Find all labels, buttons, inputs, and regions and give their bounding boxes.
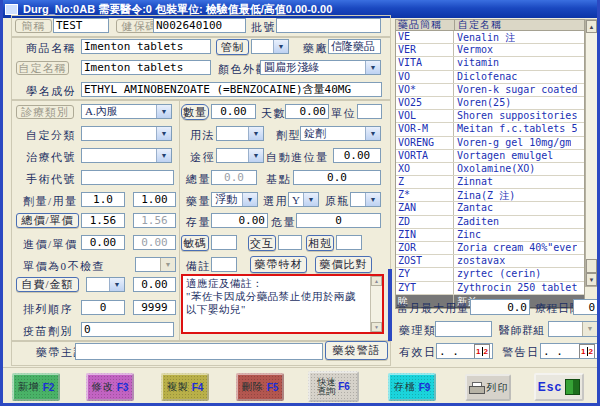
table-row[interactable]: VORTA Vortagen emulgel <box>396 150 584 163</box>
custom-name-input[interactable]: Imenton tablets <box>81 60 211 75</box>
sort-order-input-2[interactable]: 9999 <box>133 300 176 315</box>
appearance-select[interactable]: 圓扁形淺綠▼ <box>260 60 381 75</box>
base-point-input[interactable]: 0.0 <box>293 170 381 185</box>
table-row[interactable]: ZAN Zantac <box>396 202 584 215</box>
abbr-input[interactable]: TEST <box>53 18 109 33</box>
conflict-input[interactable] <box>336 235 362 250</box>
product-name-input[interactable]: Imenton tablets <box>81 39 211 54</box>
escape-button[interactable]: Esc <box>534 373 584 401</box>
treatment-code-select[interactable]: ▼ <box>81 148 172 163</box>
self-pay-select[interactable]: ▼ <box>86 277 125 292</box>
total-amount-input[interactable]: 0.0 <box>211 170 257 185</box>
table-row[interactable]: ZD Zaditen <box>396 216 584 229</box>
custom-category-select[interactable]: ▼ <box>81 126 172 141</box>
total-price-input[interactable]: 1.56 <box>81 213 125 228</box>
auto-carry-input[interactable]: 0.00 <box>333 148 381 163</box>
table-row[interactable]: ZIN Zinc <box>396 229 584 242</box>
print-button[interactable]: 列印 <box>465 374 511 401</box>
interaction-button[interactable]: 交互 <box>248 235 276 251</box>
table-row[interactable]: Z* Zina(Z 注) <box>396 189 584 202</box>
purchase-price-input-2[interactable]: 0.00 <box>133 235 176 250</box>
scroll-down-icon[interactable]: ▼ <box>586 273 597 286</box>
table-row[interactable]: ZY zyrtec (cerin) <box>396 268 584 281</box>
allergy-code-input[interactable] <box>211 235 237 250</box>
table-row[interactable]: VER Vermox <box>396 44 584 57</box>
batch-input[interactable] <box>276 18 381 33</box>
indication-scrollbar[interactable]: ▲ ▼ <box>370 276 382 332</box>
table-row[interactable]: VO25 Voren(25) <box>396 97 584 110</box>
scroll-up-icon[interactable]: ▲ <box>586 20 597 33</box>
calendar-icon[interactable]: 12 <box>579 344 595 359</box>
add-button[interactable]: 新增F2 <box>12 373 60 401</box>
purchase-price-input-1[interactable]: 0.00 <box>81 235 125 250</box>
clinic-type-select[interactable]: A.內服▼ <box>81 104 172 119</box>
table-row[interactable]: VO Diclofenac <box>396 71 584 84</box>
table-row[interactable]: ZOST zostavax <box>396 255 584 268</box>
scroll-up-icon[interactable]: ▲ <box>371 276 382 286</box>
unit-price-input[interactable]: 1.56 <box>133 213 176 228</box>
drug-amount-select[interactable]: 浮動▼ <box>211 192 258 207</box>
danger-level-input[interactable]: 0 <box>296 213 381 228</box>
bag-warning-button[interactable]: 藥袋警語 <box>325 341 388 360</box>
original-bottle-select[interactable]: ▼ <box>350 192 381 207</box>
factory-input[interactable]: 信隆藥品 <box>328 39 381 54</box>
table-row[interactable]: XO Oxolamine(XO) <box>396 163 584 176</box>
save-button[interactable]: 存檔F9 <box>388 373 436 401</box>
nhi-code-input[interactable]: N002640100 <box>153 18 246 33</box>
dose-input-1[interactable]: 1.0 <box>81 192 125 207</box>
table-row[interactable]: ZOR Zoria cream 40%"ever <box>396 242 584 255</box>
valid-date-input[interactable]: . . 12 <box>436 343 493 359</box>
delete-button[interactable]: 刪除F5 <box>236 373 284 401</box>
monthly-max-input[interactable]: 0.0 <box>470 299 530 315</box>
quantity-button[interactable]: 數量 <box>181 104 209 120</box>
usage-select[interactable]: ▼ <box>216 126 264 141</box>
scrollbar-thumb[interactable] <box>586 259 597 273</box>
table-row[interactable]: VOL Shoren suppositories <box>396 110 584 123</box>
price-compare-button[interactable]: 藥價比對 <box>315 256 372 273</box>
self-pay-amount-input[interactable]: 0.00 <box>133 277 176 292</box>
conflict-button[interactable]: 相剋 <box>306 235 334 251</box>
table-row[interactable]: VO* Voren-k sugar coated <box>396 84 584 97</box>
drug-bag-material-button[interactable]: 藥帶特材 <box>250 256 307 273</box>
table-row[interactable]: ZYT Zythrocin 250 tablet <box>396 282 584 295</box>
days-input[interactable]: 0.00 <box>285 104 329 119</box>
complaint-input[interactable] <box>75 343 323 360</box>
quantity-input[interactable]: 0.00 <box>211 104 256 119</box>
unit-input[interactable] <box>357 104 382 119</box>
copy-button[interactable]: 複製F4 <box>161 373 209 401</box>
quick-search-button[interactable]: 快速查詢 F6 <box>308 371 359 402</box>
dosage-form-select[interactable]: 錠劑▼ <box>300 126 381 141</box>
allergy-code-button[interactable]: 敏碼 <box>181 235 209 251</box>
title-bar[interactable]: Durg_No:0AB 需要醫令:0 包裝單位: 檢驗值最低/高值0.00-0.… <box>0 0 600 18</box>
controlled-drug-button[interactable]: 管制 <box>216 39 249 55</box>
stock-input[interactable]: 0.00 <box>211 213 268 228</box>
route-select[interactable]: ▼ <box>216 148 264 163</box>
warn-date-input[interactable]: . . 12 <box>540 343 598 359</box>
calendar-icon[interactable]: 12 <box>474 344 490 359</box>
table-row[interactable]: VORENG Voren-g gel 10mg/gm <box>396 137 584 150</box>
generic-name-input[interactable]: ETHYL AMINOBENZOATE (=BENZOCAINE)含量40MG <box>81 82 382 97</box>
pharm-class-input[interactable] <box>435 321 492 337</box>
self-pay-button[interactable]: 自費/金額 <box>16 277 79 292</box>
table-row[interactable]: VE Venalin 注 <box>396 31 584 44</box>
note-input[interactable] <box>211 257 237 272</box>
table-row[interactable]: VITA vitamin <box>396 57 584 70</box>
dose-input-2[interactable]: 1.00 <box>133 192 176 207</box>
total-price-button[interactable]: 總價/單價 <box>16 213 79 228</box>
scroll-down-icon[interactable]: ▼ <box>371 322 382 332</box>
table-row[interactable]: VOR-M Meitan f.c.tablets 5 <box>396 123 584 136</box>
controlled-level-select[interactable]: ▼ <box>251 39 289 54</box>
course-limit-input[interactable]: 0 <box>573 299 598 315</box>
interaction-input[interactable] <box>278 235 302 250</box>
edit-button[interactable]: 修改F3 <box>86 373 134 401</box>
indication-text[interactable]: 適應症及備註： "苯佐卡因成分藥品禁止使用於兩歲 以下嬰幼兒" <box>186 277 369 331</box>
optional-select[interactable]: Y▼ <box>288 192 319 207</box>
indication-note-box[interactable]: 適應症及備註： "苯佐卡因成分藥品禁止使用於兩歲 以下嬰幼兒" ▲ ▼ <box>181 274 384 334</box>
table-row[interactable]: Z Zinnat <box>396 176 584 189</box>
doctor-group-select[interactable]: ▼ <box>548 321 598 337</box>
surgery-code-input[interactable] <box>81 170 174 185</box>
zero-price-check-select[interactable]: ▼ <box>135 257 176 272</box>
vaccine-dose-input[interactable]: 0 <box>81 322 174 337</box>
table-scrollbar[interactable]: ▲ ▼ <box>585 19 598 287</box>
sort-order-input-1[interactable]: 0 <box>81 300 125 315</box>
